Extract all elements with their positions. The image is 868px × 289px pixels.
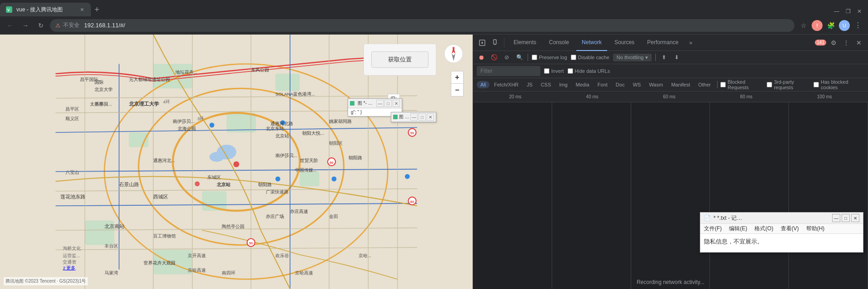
tab-console[interactable]: Console [544, 35, 574, 51]
notepad-menu-view[interactable]: 查看(V) [777, 224, 803, 233]
svg-text:莲花池东路: 莲花池东路 [60, 194, 85, 199]
import-button[interactable]: ⬆ [659, 53, 668, 62]
has-blocked-cookies-checkbox[interactable] [813, 82, 819, 87]
filter-input[interactable] [477, 66, 540, 76]
devtools-settings-button[interactable]: ⚙ [828, 37, 839, 48]
stop-recording-button[interactable]: ⏺ [477, 53, 486, 62]
svg-text:京开高速: 京开高速 [188, 253, 206, 258]
notepad-restore[interactable]: □ [842, 214, 850, 222]
float2-restore[interactable]: □ [419, 113, 426, 121]
disable-cache-checkbox[interactable] [571, 55, 576, 60]
zoom-in-button[interactable]: + [451, 71, 464, 84]
preserve-log-label[interactable]: Preserve log [539, 55, 567, 60]
back-button[interactable]: ← [4, 19, 16, 32]
type-tab-other[interactable]: Other [694, 81, 714, 88]
get-location-button[interactable]: 获取位置 [371, 51, 429, 68]
devtools-inspect-button[interactable] [477, 37, 488, 48]
type-tab-all[interactable]: All [477, 81, 489, 88]
float2-title-text: 图 … [399, 114, 409, 120]
hide-data-urls-group: Hide data URLs [568, 68, 610, 74]
browser-tab[interactable]: V vue - 接入腾讯地图 ✕ [0, 3, 91, 16]
notepad-menu-edit[interactable]: 编辑(E) [725, 224, 751, 233]
browser-menu-button[interactable]: ⋮ [852, 19, 864, 32]
filter-toggle-button[interactable]: ⊘ [502, 53, 511, 62]
address-input[interactable]: ⚠ 不安全 192.168.1.11/#/ [50, 19, 794, 32]
new-tab-button[interactable]: + [91, 3, 103, 16]
url-display: 192.168.1.11/#/ [84, 22, 125, 29]
devtools-close-button[interactable]: ✕ [853, 37, 864, 48]
search-button[interactable]: 🔍 [515, 53, 524, 62]
type-tab-doc[interactable]: Doc [612, 81, 629, 88]
network-type-tabs: All Fetch/XHR JS CSS Img Media Font Doc … [473, 78, 868, 91]
tab-close-button[interactable]: ✕ [78, 6, 85, 13]
svg-text:姚家胡同路: 姚家胡同路 [329, 119, 352, 124]
float1-restore[interactable]: □ [384, 100, 392, 107]
profile-button[interactable]: ! [812, 20, 823, 31]
blocked-requests-label[interactable]: Blocked Requests [728, 79, 766, 90]
float2-close[interactable]: ✕ [427, 113, 434, 121]
hide-data-urls-checkbox[interactable] [568, 68, 573, 74]
forward-button[interactable]: → [19, 19, 32, 32]
third-party-checkbox[interactable] [767, 82, 772, 87]
hide-data-urls-label[interactable]: Hide data URLs [575, 68, 610, 74]
clear-network-button[interactable]: 🚫 [489, 53, 499, 62]
minimize-button[interactable]: — [831, 7, 842, 15]
type-tab-css[interactable]: CSS [537, 81, 555, 88]
blocked-requests-group: Blocked Requests [720, 79, 766, 90]
notepad-menu-format[interactable]: 格式(O) [751, 224, 777, 233]
devtools-device-button[interactable] [489, 37, 500, 48]
disable-cache-label[interactable]: Disable cache [578, 55, 609, 60]
tab-favicon: V [5, 6, 13, 13]
tab-performance[interactable]: Performance [642, 35, 684, 51]
svg-text:北京理工大学: 北京理工大学 [129, 101, 159, 106]
export-button[interactable]: ⬇ [672, 53, 681, 62]
svg-text:京哈高速: 京哈高速 [188, 268, 206, 273]
user-avatar-button[interactable]: U [839, 20, 850, 31]
has-blocked-group: Has blocked cookies [813, 79, 864, 90]
timeline-labels: 20 ms 40 ms 60 ms 80 ms 100 ms [477, 94, 864, 99]
throttle-selector[interactable]: No throttling ▾ [613, 54, 652, 61]
svg-text:亦庄广场: 亦庄广场 [266, 214, 284, 219]
tab-network[interactable]: Network [576, 35, 607, 51]
extensions-button[interactable]: 🧩 [824, 19, 837, 32]
type-tab-manifest[interactable]: Manifest [668, 81, 694, 88]
tab-more-button[interactable]: » [686, 40, 696, 46]
invert-checkbox[interactable] [544, 68, 549, 74]
throttle-label: No throttling [617, 55, 644, 60]
throttle-chevron: ▾ [645, 55, 648, 61]
svg-text:3环: 3环 [197, 116, 204, 121]
has-blocked-cookies-label[interactable]: Has blocked cookies [821, 79, 864, 90]
float2-title-bar: 图 … — □ ✕ [391, 112, 436, 122]
tab-sources[interactable]: Sources [609, 35, 640, 51]
close-window-button[interactable]: ✕ [854, 7, 864, 15]
devtools-more-button[interactable]: ⋮ [841, 37, 852, 48]
toolbar-divider-1 [504, 38, 504, 47]
svg-point-22 [405, 174, 410, 179]
type-tab-media[interactable]: Media [572, 81, 593, 88]
notepad-menu-file[interactable]: 文件(F) [700, 224, 725, 233]
invert-label[interactable]: Invert [551, 68, 564, 74]
type-tab-wasm[interactable]: Wasm [645, 81, 667, 88]
type-tab-img[interactable]: Img [556, 81, 571, 88]
notepad-menu: 文件(F) 编辑(E) 格式(O) 查看(V) 帮助(H) [700, 224, 863, 234]
notepad-menu-help[interactable]: 帮助(H) [803, 224, 828, 233]
notepad-close[interactable]: ✕ [851, 214, 859, 222]
type-tab-fetch-xhr[interactable]: Fetch/XHR [490, 81, 522, 88]
blocked-requests-checkbox[interactable] [720, 82, 726, 87]
svg-text:亦庄高速: 亦庄高速 [290, 209, 308, 214]
third-party-label[interactable]: 3rd-party requests [774, 79, 813, 90]
reload-button[interactable]: ↻ [35, 19, 47, 32]
type-tab-ws[interactable]: WS [629, 81, 644, 88]
float1-close[interactable]: ✕ [393, 100, 400, 107]
preserve-log-checkbox[interactable] [532, 55, 537, 60]
svg-rect-92 [494, 44, 496, 45]
bookmark-button[interactable]: ☆ [797, 19, 810, 32]
type-tab-font[interactable]: Font [594, 81, 611, 88]
type-tab-js[interactable]: JS [523, 81, 536, 88]
zoom-out-button[interactable]: − [451, 84, 464, 96]
tab-elements[interactable]: Elements [508, 35, 542, 51]
float1-minimize[interactable]: — [376, 100, 384, 107]
float2-minimize[interactable]: — [410, 113, 418, 121]
notepad-minimize[interactable]: — [832, 214, 840, 222]
restore-button[interactable]: ❐ [843, 7, 853, 15]
